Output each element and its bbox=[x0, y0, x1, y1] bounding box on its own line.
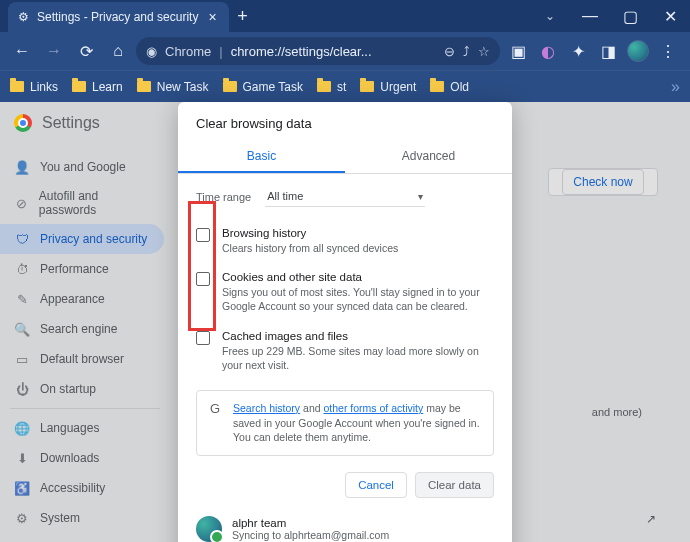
folder-icon bbox=[223, 81, 237, 92]
address-bar[interactable]: ◉ Chrome | chrome://settings/clear... ⊖ … bbox=[136, 37, 500, 65]
window-titlebar: ⚙ Settings - Privacy and security × + ⌄ … bbox=[0, 0, 690, 32]
clear-options: Browsing history Clears history from all… bbox=[178, 219, 512, 380]
option-cookies[interactable]: Cookies and other site data Signs you ou… bbox=[196, 263, 494, 321]
folder-icon bbox=[72, 81, 86, 92]
time-range-label: Time range bbox=[196, 191, 251, 203]
time-range-select[interactable]: All time ▾ bbox=[265, 186, 425, 207]
maximize-button[interactable]: ▢ bbox=[610, 2, 650, 30]
folder-icon bbox=[360, 81, 374, 92]
close-tab-icon[interactable]: × bbox=[206, 9, 218, 25]
forward-button[interactable]: → bbox=[40, 37, 68, 65]
other-activity-link[interactable]: other forms of activity bbox=[323, 402, 423, 414]
bookmark-game-task[interactable]: Game Task bbox=[223, 80, 303, 94]
sidebar-item-autofill[interactable]: ⊘Autofill and passwords bbox=[0, 182, 164, 224]
folder-icon bbox=[10, 81, 24, 92]
tab-basic[interactable]: Basic bbox=[178, 141, 345, 173]
chrome-icon: ◉ bbox=[146, 44, 157, 59]
kebab-menu-icon[interactable]: ⋮ bbox=[654, 37, 682, 65]
sidepanel-icon[interactable]: ◨ bbox=[594, 37, 622, 65]
sidebar-item-reset[interactable]: ↻Reset settings bbox=[0, 533, 164, 542]
tab-title: Settings - Privacy and security bbox=[37, 10, 198, 24]
extension-icon-2[interactable]: ◐ bbox=[534, 37, 562, 65]
google-account-info: G Search history and other forms of acti… bbox=[196, 390, 494, 456]
sidebar-item-privacy-security[interactable]: 🛡Privacy and security bbox=[0, 224, 164, 254]
folder-icon bbox=[317, 81, 331, 92]
bookmark-st[interactable]: st bbox=[317, 80, 346, 94]
extensions-puzzle-icon[interactable]: ✦ bbox=[564, 37, 592, 65]
extension-icon-1[interactable]: ▣ bbox=[504, 37, 532, 65]
autofill-icon: ⊘ bbox=[14, 195, 29, 211]
bookmark-urgent[interactable]: Urgent bbox=[360, 80, 416, 94]
bookmark-new-task[interactable]: New Task bbox=[137, 80, 209, 94]
sidebar-item-appearance[interactable]: ✎Appearance bbox=[0, 284, 164, 314]
external-link-icon[interactable]: ↗ bbox=[646, 512, 656, 526]
time-range-row: Time range All time ▾ bbox=[178, 174, 512, 219]
chrome-logo-icon bbox=[14, 114, 32, 132]
settings-title: Settings bbox=[42, 114, 100, 132]
option-browsing-history[interactable]: Browsing history Clears history from all… bbox=[196, 219, 494, 263]
paint-icon: ✎ bbox=[14, 291, 30, 307]
check-now-button[interactable]: Check now bbox=[562, 169, 643, 195]
window-controls: ⌄ — ▢ ✕ bbox=[530, 0, 690, 32]
option-title: Cached images and files bbox=[222, 330, 494, 342]
bookmark-learn[interactable]: Learn bbox=[72, 80, 123, 94]
share-icon[interactable]: ⤴ bbox=[463, 44, 470, 59]
home-button[interactable]: ⌂ bbox=[104, 37, 132, 65]
omnibox-url: chrome://settings/clear... bbox=[231, 44, 372, 59]
sidebar-item-search-engine[interactable]: 🔍Search engine bbox=[0, 314, 164, 344]
browser-icon: ▭ bbox=[14, 351, 30, 367]
checkbox-cached[interactable] bbox=[196, 331, 210, 345]
option-cached[interactable]: Cached images and files Frees up 229 MB.… bbox=[196, 322, 494, 380]
truncated-text: and more) bbox=[592, 406, 642, 418]
folder-icon bbox=[137, 81, 151, 92]
sidebar-item-performance[interactable]: ⏱Performance bbox=[0, 254, 164, 284]
reload-button[interactable]: ⟳ bbox=[72, 37, 100, 65]
gear-icon: ⚙ bbox=[18, 10, 29, 24]
back-button[interactable]: ← bbox=[8, 37, 36, 65]
clear-data-button[interactable]: Clear data bbox=[415, 472, 494, 498]
sidebar-item-default-browser[interactable]: ▭Default browser bbox=[0, 344, 164, 374]
bookmark-links[interactable]: Links bbox=[10, 80, 58, 94]
bookmarks-overflow-icon[interactable]: » bbox=[671, 78, 680, 96]
search-icon: 🔍 bbox=[14, 321, 30, 337]
time-range-value: All time bbox=[267, 190, 303, 202]
browser-tab[interactable]: ⚙ Settings - Privacy and security × bbox=[8, 2, 229, 32]
profile-avatar[interactable] bbox=[624, 37, 652, 65]
checkbox-cookies[interactable] bbox=[196, 272, 210, 286]
option-desc: Clears history from all synced devices bbox=[222, 241, 398, 255]
close-window-button[interactable]: ✕ bbox=[650, 2, 690, 30]
sync-name: alphr team bbox=[232, 517, 389, 529]
sync-email: Syncing to alphrteam@gmail.com bbox=[232, 529, 389, 541]
person-icon: 👤 bbox=[14, 159, 30, 175]
power-icon: ⏻ bbox=[14, 381, 30, 397]
sidebar-item-you-and-google[interactable]: 👤You and Google bbox=[0, 152, 164, 182]
speedometer-icon: ⏱ bbox=[14, 261, 30, 277]
sidebar-item-downloads[interactable]: ⬇Downloads bbox=[0, 443, 164, 473]
safety-check-card: Check now bbox=[548, 168, 658, 196]
minimize-button[interactable]: — bbox=[570, 2, 610, 30]
sync-account-row: alphr team Syncing to alphrteam@gmail.co… bbox=[178, 510, 512, 542]
google-g-icon: G bbox=[207, 401, 223, 417]
browser-toolbar: ← → ⟳ ⌂ ◉ Chrome | chrome://settings/cle… bbox=[0, 32, 690, 70]
zoom-icon[interactable]: ⊖ bbox=[444, 44, 455, 59]
sidebar-item-system[interactable]: ⚙System bbox=[0, 503, 164, 533]
option-title: Browsing history bbox=[222, 227, 398, 239]
option-title: Cookies and other site data bbox=[222, 271, 494, 283]
chevron-down-icon: ▾ bbox=[418, 191, 423, 202]
sidebar-item-languages[interactable]: 🌐Languages bbox=[0, 413, 164, 443]
cancel-button[interactable]: Cancel bbox=[345, 472, 407, 498]
checkbox-browsing-history[interactable] bbox=[196, 228, 210, 242]
bookmark-old[interactable]: Old bbox=[430, 80, 469, 94]
settings-sidebar: 👤You and Google ⊘Autofill and passwords … bbox=[0, 102, 170, 542]
tab-overflow-icon[interactable]: ⌄ bbox=[530, 2, 570, 30]
option-desc: Frees up 229 MB. Some sites may load mor… bbox=[222, 344, 494, 372]
new-tab-button[interactable]: + bbox=[229, 0, 257, 32]
tab-advanced[interactable]: Advanced bbox=[345, 141, 512, 173]
sidebar-item-on-startup[interactable]: ⏻On startup bbox=[0, 374, 164, 404]
clear-browsing-data-dialog: Clear browsing data Basic Advanced Time … bbox=[178, 102, 512, 542]
sidebar-item-accessibility[interactable]: ♿Accessibility bbox=[0, 473, 164, 503]
system-icon: ⚙ bbox=[14, 510, 30, 526]
dialog-title: Clear browsing data bbox=[178, 116, 512, 141]
search-history-link[interactable]: Search history bbox=[233, 402, 300, 414]
bookmark-star-icon[interactable]: ☆ bbox=[478, 44, 490, 59]
